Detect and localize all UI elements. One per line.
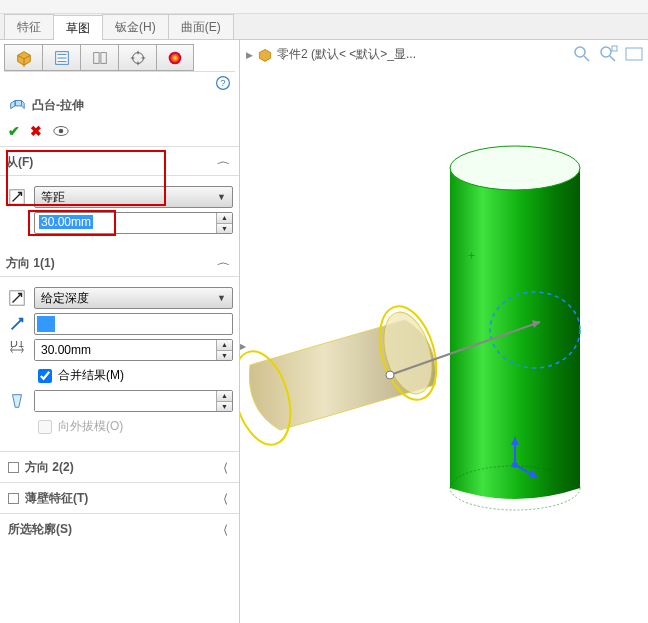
section-dir1-label: 方向 1(1) <box>6 255 55 272</box>
config-icon <box>91 49 109 67</box>
property-manager: ? 凸台-拉伸 ✔ ✖ 从(F) ︿ 等距 <box>0 40 240 623</box>
tab-surface[interactable]: 曲面(E) <box>168 14 234 39</box>
tab-feature[interactable]: 特征 <box>4 14 54 39</box>
ghost-cmd-left <box>0 0 324 13</box>
preview-icon[interactable] <box>52 122 70 140</box>
command-tabs: 特征 草图 钣金(H) 曲面(E) <box>0 14 648 40</box>
tab-sheetmetal[interactable]: 钣金(H) <box>102 14 169 39</box>
direction-selection-field[interactable] <box>34 313 233 335</box>
icon-tab-property[interactable] <box>42 44 80 71</box>
dir1-depth-spinner[interactable]: ▲ ▼ <box>34 339 233 361</box>
from-option: 等距 <box>41 189 65 206</box>
section-dir1-header[interactable]: 方向 1(1) ︿ <box>0 248 239 277</box>
collapse-icon[interactable]: ︿ <box>217 258 231 269</box>
feature-header: 凸台-拉伸 <box>0 92 239 118</box>
collapse-icon[interactable]: ︿ <box>217 157 231 168</box>
svg-rect-1 <box>93 52 98 63</box>
svg-point-4 <box>169 51 182 64</box>
svg-text:D1: D1 <box>10 341 24 349</box>
help-icon[interactable]: ? <box>215 75 231 91</box>
spinner-up[interactable]: ▲ <box>217 340 232 351</box>
svg-point-8 <box>59 129 64 134</box>
section-contour-label: 所选轮廓(S) <box>8 521 72 538</box>
list-icon <box>53 49 71 67</box>
icon-tab-dim[interactable] <box>118 44 156 71</box>
green-cylinder-top <box>450 146 580 190</box>
viewport-canvas[interactable]: + <box>240 40 648 623</box>
spinner-down[interactable]: ▼ <box>217 351 232 361</box>
spinner-down[interactable]: ▼ <box>217 224 232 234</box>
panel-icon-tabs <box>4 44 235 72</box>
section-dir1-body: 给定深度 ▼ D1 <box>0 277 239 451</box>
section-dir2-header[interactable]: 方向 2(2) ︿ <box>0 451 239 482</box>
thin-enable-checkbox[interactable] <box>8 493 19 504</box>
dir1-depth-input[interactable] <box>35 340 216 360</box>
feature-title: 凸台-拉伸 <box>32 97 84 114</box>
origin-marker: + <box>468 249 475 263</box>
section-thin-header[interactable]: 薄壁特征(T) ︿ <box>0 482 239 513</box>
from-offset-input[interactable]: 30.00mm <box>35 213 216 233</box>
draft-angle-input[interactable] <box>35 391 216 411</box>
spinner-up[interactable]: ▲ <box>217 213 232 224</box>
cancel-button[interactable]: ✖ <box>30 123 42 139</box>
icon-tab-appearance[interactable] <box>156 44 194 71</box>
extrude-icon <box>8 96 26 114</box>
reverse-from-icon[interactable] <box>6 186 28 208</box>
svg-point-21 <box>512 462 518 468</box>
depth-icon: D1 <box>6 339 28 361</box>
disabled-ribbon-preview <box>0 0 648 14</box>
cube-icon <box>15 49 33 67</box>
target-icon <box>129 49 147 67</box>
section-dir2-label: 方向 2(2) <box>25 459 74 476</box>
dropdown-arrow-icon: ▼ <box>217 293 226 303</box>
from-offset-spinner[interactable]: 30.00mm ▲ ▼ <box>34 212 233 234</box>
confirm-row: ✔ ✖ <box>0 118 239 147</box>
merge-result-checkbox[interactable] <box>38 369 52 383</box>
expand-icon[interactable]: ︿ <box>218 492 231 505</box>
ok-button[interactable]: ✔ <box>8 123 20 139</box>
spinner-up[interactable]: ▲ <box>217 391 232 402</box>
ghost-cmd-right <box>324 0 648 13</box>
svg-text:?: ? <box>220 77 225 88</box>
reverse-dir1-icon[interactable] <box>6 287 28 309</box>
from-dropdown[interactable]: 等距 ▼ <box>34 186 233 208</box>
draft-icon[interactable] <box>6 390 28 412</box>
dir1-endcond-dropdown[interactable]: 给定深度 ▼ <box>34 287 233 309</box>
icon-tab-feature-tree[interactable] <box>4 44 42 71</box>
direction-vector-icon[interactable] <box>6 313 28 335</box>
dir1-endcond-option: 给定深度 <box>41 290 89 307</box>
graphics-area[interactable]: ▶ 零件2 (默认< <默认>_显... <box>240 40 648 623</box>
merge-result-label: 合并结果(M) <box>58 367 124 384</box>
draft-outward-label: 向外拔模(O) <box>58 418 123 435</box>
expand-icon[interactable]: ︿ <box>218 461 231 474</box>
draft-outward-checkbox[interactable] <box>38 420 52 434</box>
section-from-body: 等距 ▼ 30.00mm ▲ ▼ <box>0 176 239 248</box>
dropdown-arrow-icon: ▼ <box>217 192 226 202</box>
draft-angle-spinner[interactable]: ▲ ▼ <box>34 390 233 412</box>
dir2-enable-checkbox[interactable] <box>8 462 19 473</box>
icon-tab-config[interactable] <box>80 44 118 71</box>
panel-scroll[interactable]: 从(F) ︿ 等距 ▼ 30.00mm <box>0 147 239 623</box>
expand-icon[interactable]: ︿ <box>218 523 231 536</box>
spinner-down[interactable]: ▼ <box>217 402 232 412</box>
section-contour-header[interactable]: 所选轮廓(S) ︿ <box>0 513 239 544</box>
direction-handle[interactable] <box>386 371 394 379</box>
tab-sketch[interactable]: 草图 <box>53 15 103 40</box>
appearance-icon <box>166 49 184 67</box>
selection-swatch <box>37 316 55 332</box>
section-thin-label: 薄壁特征(T) <box>25 490 88 507</box>
section-from-label: 从(F) <box>6 154 33 171</box>
svg-rect-2 <box>100 52 105 63</box>
section-from-header[interactable]: 从(F) ︿ <box>0 147 239 176</box>
